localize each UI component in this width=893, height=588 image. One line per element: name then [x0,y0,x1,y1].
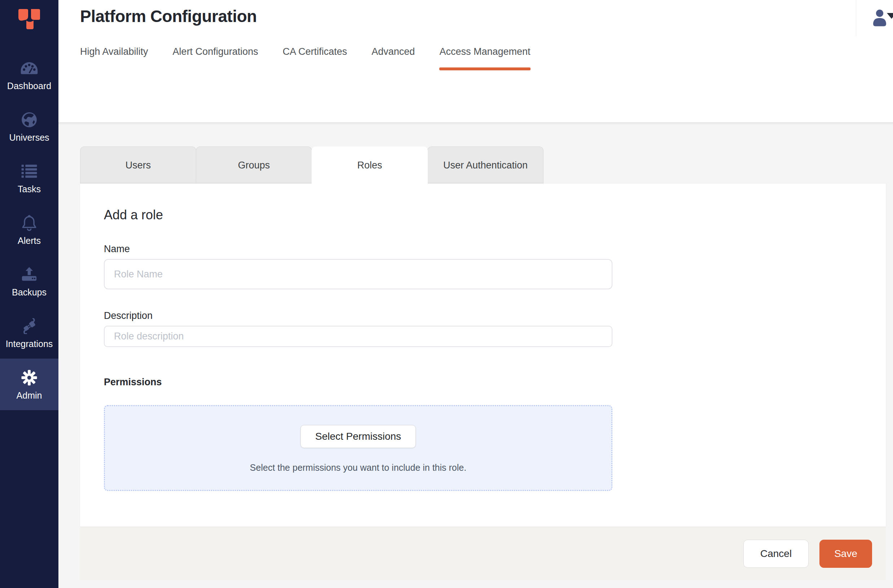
tab-label: Alert Configurations [173,46,258,57]
sidebar-item-dashboard[interactable]: Dashboard [0,49,59,101]
permissions-panel: Select Permissions Select the permission… [104,405,612,491]
app-root: Dashboard Universes [0,0,893,588]
tab-label: High Availability [80,46,148,57]
task-list-icon [21,163,38,180]
sidebar: Dashboard Universes [0,0,59,588]
tab-roles[interactable]: Roles [312,146,428,183]
tab-users[interactable]: Users [80,146,196,183]
active-tab-underline [439,68,530,70]
sidebar-item-label: Admin [17,390,42,401]
description-label: Description [104,310,886,322]
save-button[interactable]: Save [819,540,872,568]
subtab-label: Groups [238,160,270,171]
main-area: Platform Configuration High Availability… [59,0,893,588]
sidebar-nav: Dashboard Universes [0,49,59,410]
tab-high-availability[interactable]: High Availability [80,46,148,70]
sidebar-item-universes[interactable]: Universes [0,101,59,152]
subtab-label: Roles [357,160,382,171]
subtab-label: Users [126,160,151,171]
tab-label: Advanced [371,46,415,57]
permissions-label: Permissions [104,377,886,388]
access-management-subtabs: Users Groups Roles User Authentication [80,146,893,183]
select-permissions-button[interactable]: Select Permissions [301,425,416,448]
sidebar-item-label: Backups [12,287,47,298]
sidebar-item-integrations[interactable]: Integrations [0,307,59,359]
gear-icon [21,369,38,386]
tab-groups[interactable]: Groups [196,146,312,183]
page-title: Platform Configuration [80,6,893,26]
tab-label: CA Certificates [283,46,347,57]
sidebar-item-backups[interactable]: Backups [0,256,59,307]
sidebar-item-tasks[interactable]: Tasks [0,152,59,204]
permissions-help-text: Select the permissions you want to inclu… [250,462,466,473]
tab-alert-configurations[interactable]: Alert Configurations [173,46,258,70]
tab-label: Access Management [439,46,530,57]
cancel-button[interactable]: Cancel [743,540,809,568]
sidebar-item-admin[interactable]: Admin [0,359,59,410]
sidebar-item-label: Dashboard [7,81,51,91]
yugabyte-logo[interactable] [18,0,41,41]
header-tabs: High Availability Alert Configurations C… [80,46,893,70]
content-area: Users Groups Roles User Authentication A… [59,122,893,588]
form-footer: Cancel Save [80,527,886,580]
sidebar-item-alerts[interactable]: Alerts [0,204,59,256]
tab-advanced[interactable]: Advanced [371,46,415,70]
name-label: Name [104,244,886,255]
user-menu [856,0,893,36]
subtab-label: User Authentication [443,160,528,171]
yugabyte-logo-icon [18,8,41,30]
sidebar-item-label: Alerts [18,236,41,246]
plug-icon [20,318,38,334]
user-avatar-icon[interactable] [870,9,888,27]
sidebar-item-label: Tasks [18,184,41,194]
gauge-icon [21,60,38,77]
bell-icon [21,215,37,231]
sidebar-item-label: Integrations [6,339,53,349]
sidebar-item-label: Universes [9,132,49,143]
globe-icon [21,111,38,128]
tab-ca-certificates[interactable]: CA Certificates [283,46,347,70]
role-name-input[interactable] [104,259,612,289]
tab-user-authentication[interactable]: User Authentication [427,146,544,183]
page-header: Platform Configuration High Availability… [59,0,893,122]
role-description-input[interactable] [104,326,612,347]
form-heading: Add a role [104,208,886,223]
backup-upload-icon [21,266,38,283]
add-role-card: Add a role Name Description Permissions … [80,183,886,527]
tab-access-management[interactable]: Access Management [439,46,530,70]
user-menu-caret-icon[interactable] [887,13,893,19]
